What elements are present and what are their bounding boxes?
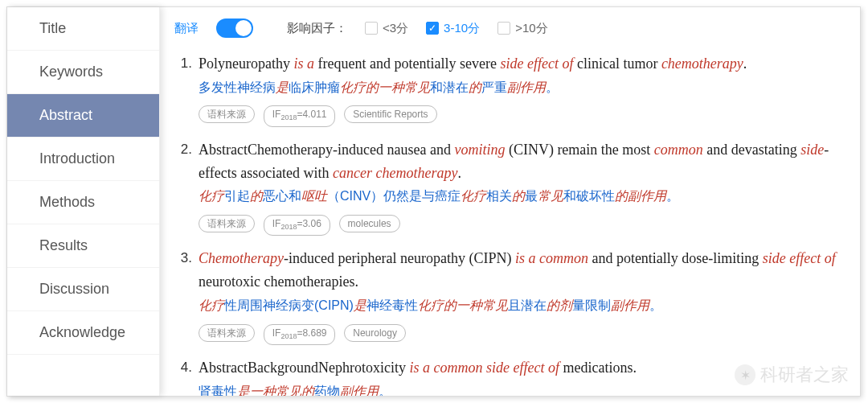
source-tag[interactable]: 语料来源 xyxy=(199,324,255,342)
highlight: side effect of xyxy=(763,250,836,266)
highlight: side xyxy=(800,142,824,158)
sidebar-item-keywords[interactable]: Keywords xyxy=(7,51,159,94)
highlight: chemotherapy xyxy=(661,56,743,72)
if-tag[interactable]: IF2018=4.011 xyxy=(264,105,336,126)
result-translation: 多发性神经病是临床肿瘤化疗的一种常见和潜在的严重副作用。 xyxy=(199,77,844,98)
source-tag[interactable]: 语料来源 xyxy=(199,215,255,232)
result-body: AbstractChemotherapy-induced nausea and … xyxy=(199,138,844,236)
sidebar: Title Keywords Abstract Introduction Met… xyxy=(7,7,160,396)
sidebar-item-acknowledge[interactable]: Acknowledge xyxy=(7,311,159,355)
checkbox-icon: ✓ xyxy=(426,22,439,35)
if-tag[interactable]: IF2018=8.689 xyxy=(264,324,336,345)
highlight: vomiting xyxy=(454,142,505,158)
app-frame: Title Keywords Abstract Introduction Met… xyxy=(6,6,861,397)
result-item: 1. Polyneuropathy is a frequent and pote… xyxy=(174,52,844,127)
highlight: side effect of xyxy=(500,56,573,72)
sidebar-item-title[interactable]: Title xyxy=(7,7,159,51)
highlight: is a common side effect of xyxy=(409,360,559,376)
highlight: cancer chemotherapy xyxy=(333,165,457,181)
highlight: Chemotherapy xyxy=(199,250,284,266)
filter-option-label: 3-10分 xyxy=(444,21,480,36)
main-panel: 翻译 影响因子： <3分 ✓3-10分 >10分 1. Polyneuropat… xyxy=(160,7,860,396)
result-item: 3. Chemotherapy-induced peripheral neuro… xyxy=(174,247,844,345)
result-number: 3. xyxy=(174,247,192,345)
result-item: 4. AbstractBackgroundNephrotoxicity is a… xyxy=(174,356,844,396)
impact-factor-label: 影响因子： xyxy=(287,21,347,36)
filter-option-label: >10分 xyxy=(515,21,547,36)
result-number: 4. xyxy=(174,356,192,396)
translate-toggle[interactable] xyxy=(216,19,253,38)
result-tags: 语料来源 IF2018=3.06 molecules xyxy=(199,212,844,236)
result-body: Polyneuropathy is a frequent and potenti… xyxy=(199,52,844,127)
result-number: 2. xyxy=(174,138,192,236)
checkbox-icon xyxy=(365,22,378,35)
journal-tag[interactable]: molecules xyxy=(339,215,400,232)
filter-bar: 翻译 影响因子： <3分 ✓3-10分 >10分 xyxy=(174,19,844,38)
result-body: AbstractBackgroundNephrotoxicity is a co… xyxy=(199,356,844,396)
checkbox-icon xyxy=(497,22,510,35)
filter-3-10[interactable]: ✓3-10分 xyxy=(426,21,480,36)
result-item: 2. AbstractChemotherapy-induced nausea a… xyxy=(174,138,844,236)
journal-tag[interactable]: Scientific Reports xyxy=(344,105,436,123)
result-body: Chemotherapy-induced peripheral neuropat… xyxy=(199,247,844,345)
journal-tag[interactable]: Neurology xyxy=(344,324,406,342)
filter-lt3[interactable]: <3分 xyxy=(365,21,408,36)
filter-option-label: <3分 xyxy=(383,21,408,36)
translate-label: 翻译 xyxy=(174,21,199,36)
result-translation: 化疗性周围神经病变(CIPN)是神经毒性化疗的一种常见且潜在的剂量限制副作用。 xyxy=(199,295,844,316)
if-tag[interactable]: IF2018=3.06 xyxy=(264,215,330,236)
result-english: Polyneuropathy is a frequent and potenti… xyxy=(199,52,844,76)
result-translation: 肾毒性是一种常见的药物副作用。 xyxy=(199,381,844,396)
result-english: Chemotherapy-induced peripheral neuropat… xyxy=(199,247,844,294)
filter-gt10[interactable]: >10分 xyxy=(497,21,547,36)
result-english: AbstractChemotherapy-induced nausea and … xyxy=(199,138,844,185)
sidebar-item-methods[interactable]: Methods xyxy=(7,181,159,224)
results-list: 1. Polyneuropathy is a frequent and pote… xyxy=(174,52,844,396)
sidebar-item-results[interactable]: Results xyxy=(7,224,159,268)
highlight: is a common xyxy=(515,250,588,266)
result-number: 1. xyxy=(174,52,192,127)
result-english: AbstractBackgroundNephrotoxicity is a co… xyxy=(199,356,844,380)
result-tags: 语料来源 IF2018=4.011 Scientific Reports xyxy=(199,102,844,126)
sidebar-item-discussion[interactable]: Discussion xyxy=(7,268,159,311)
sidebar-item-introduction[interactable]: Introduction xyxy=(7,138,159,181)
source-tag[interactable]: 语料来源 xyxy=(199,105,255,123)
result-tags: 语料来源 IF2018=8.689 Neurology xyxy=(199,321,844,345)
sidebar-item-abstract[interactable]: Abstract xyxy=(7,94,159,138)
highlight: is a xyxy=(294,56,315,72)
highlight: common xyxy=(654,142,703,158)
result-translation: 化疗引起的恶心和呕吐（CINV）仍然是与癌症化疗相关的最常见和破坏性的副作用。 xyxy=(199,186,844,207)
